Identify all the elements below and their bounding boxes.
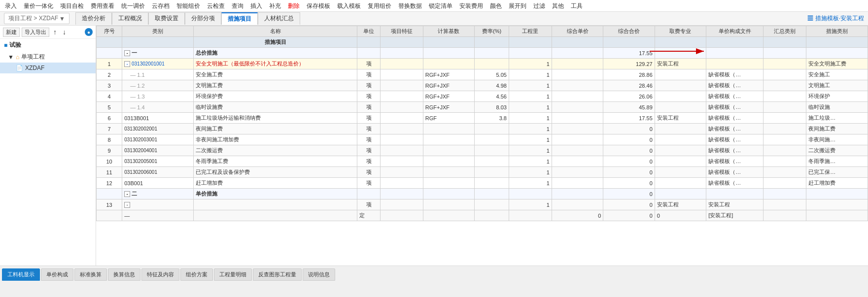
tab-工程概况[interactable]: 工程概况: [112, 12, 148, 25]
tab-人材机汇总[interactable]: 人材机汇总: [258, 12, 300, 25]
menu-删除[interactable]: 删除: [285, 1, 303, 11]
th-名称: 名称: [194, 26, 357, 37]
sidebar-group-单项工程[interactable]: ▼ ⌂ 单项工程: [0, 51, 96, 63]
cell-base: RGF+JXF: [423, 102, 474, 113]
bottom-tab-单价构成[interactable]: 单价构成: [41, 268, 73, 281]
table-row[interactable]: 8 031302003001 非夜间施工增加费 项 1 0 缺省模板（… 非: [97, 134, 868, 145]
cell: [357, 189, 380, 199]
cell-base: [423, 178, 474, 189]
menu-安装费用[interactable]: 安装费用: [456, 1, 486, 11]
table-row[interactable]: 10 031302005001 冬雨季施工费 项 1 0 缺省模板（… 冬雨: [97, 156, 868, 167]
cell: [764, 37, 806, 48]
menu-补充[interactable]: 补充: [266, 1, 284, 11]
cell-base: [423, 210, 474, 221]
cell-file: [706, 59, 764, 69]
cell-base: [423, 59, 474, 69]
cell-name: 已完工程及设备保护费: [194, 167, 357, 178]
collapse-btn-2[interactable]: -: [124, 191, 130, 197]
th-单位: 单位: [357, 26, 380, 37]
cell-summary: [764, 113, 806, 124]
menu-智能组价[interactable]: 智能组价: [174, 1, 203, 11]
cell: 措施项目: [194, 37, 357, 48]
table-row[interactable]: 7 031302002001 夜间施工费 项 1 0 缺省模板（… 夜间施工: [97, 124, 868, 134]
arrow-down-button[interactable]: ↓: [61, 27, 68, 37]
menu-替换数据[interactable]: 替换数据: [395, 1, 425, 11]
cell-summary: [764, 156, 806, 167]
collapse-btn-1[interactable]: -: [124, 61, 130, 67]
cell-unit-price: [552, 145, 603, 156]
cell-profession: 安装工程: [655, 59, 706, 69]
cell-unit-price: [552, 80, 603, 91]
cell-unit-price: 0: [552, 210, 603, 221]
new-button[interactable]: 新建: [3, 28, 20, 37]
cell-unit: 项: [357, 91, 380, 102]
refresh-button[interactable]: ●: [85, 28, 93, 36]
menu-复用组价[interactable]: 复用组价: [365, 1, 394, 11]
menu-量价[interactable]: 量价一体化: [21, 1, 56, 11]
tab-措施项目[interactable]: 措施项目: [221, 12, 258, 25]
table-container[interactable]: 序号 类别 名称 单位 项目特征 计算基数 费率(%) 工程里 综合单价 综合合…: [96, 26, 868, 265]
cell-measure: 非夜间施…: [806, 134, 868, 145]
import-button[interactable]: 导入导出: [22, 28, 49, 37]
bottom-tab-工料机显示[interactable]: 工料机显示: [2, 268, 40, 281]
menu-入[interactable]: 录入: [2, 1, 20, 11]
bottom-tab-特征及内容[interactable]: 特征及内容: [141, 268, 179, 281]
table-row[interactable]: 13 - 项 1 0 安装工程 安装工程: [97, 199, 868, 210]
menu-bar: 录入 量价一体化 项目自检 费用查看 统一调价 云存档 智能组价 云检查 查询 …: [0, 0, 868, 12]
menu-保存模板[interactable]: 保存模板: [304, 1, 333, 11]
cell-code: — 1.4: [122, 102, 194, 113]
menu-云存档[interactable]: 云存档: [149, 1, 173, 11]
table-row[interactable]: 3 — 1.2 文明施工费 项 RGF+JXF 4.98 1 28.46 缺省模…: [97, 80, 868, 91]
table-row[interactable]: — 定 0 0 0 [安装工程]: [97, 210, 868, 221]
menu-其他[interactable]: 其他: [549, 1, 567, 11]
collapse-btn-13[interactable]: -: [124, 202, 130, 208]
arrow-up-button[interactable]: ↑: [51, 27, 59, 37]
table-row[interactable]: 9 031302004001 二次搬运费 项 1 0 缺省模板（… 二次搬运: [97, 145, 868, 156]
table-row[interactable]: 12 03B001 赶工增加费 项 1 0 缺省模板（… 赶工增加费: [97, 178, 868, 189]
sidebar-item-XZDAF[interactable]: 📄 XZDAF: [0, 63, 96, 73]
th-项目特征: 项目特征: [380, 26, 423, 37]
bottom-tab-组价方案[interactable]: 组价方案: [180, 268, 213, 281]
menu-云检查[interactable]: 云检查: [204, 1, 228, 11]
tab-取费设置[interactable]: 取费设置: [148, 12, 185, 25]
menu-统一调价[interactable]: 统一调价: [118, 1, 148, 11]
bottom-tab-换算信息[interactable]: 换算信息: [108, 268, 140, 281]
menu-工具[interactable]: 工具: [568, 1, 586, 11]
bottom-tab-说明信息[interactable]: 说明信息: [303, 268, 335, 281]
tab-造价分析[interactable]: 造价分析: [75, 12, 112, 25]
table-row[interactable]: 11 031302006001 已完工程及设备保护费 项 1 0 缺省模板（…: [97, 167, 868, 178]
menu-载入模板[interactable]: 载入模板: [334, 1, 364, 11]
breadcrumb[interactable]: 项目工程 > XZDAF ▼: [4, 13, 69, 24]
tab-分部分项[interactable]: 分部分项: [185, 12, 221, 25]
expand-icon: ▼: [8, 54, 14, 61]
bottom-tab-反查图形工程量[interactable]: 反查图形工程量: [253, 268, 302, 281]
cell: [97, 189, 122, 199]
sidebar-item-试验[interactable]: ■ 试验: [0, 39, 96, 51]
menu-费用查看[interactable]: 费用查看: [88, 1, 117, 11]
table-row[interactable]: 1 - 031302001001 安全文明施工（最低限价不计入工程总造价） 项 …: [97, 59, 868, 69]
cell-unit-price: [552, 156, 603, 167]
cell-rate: [475, 145, 509, 156]
menu-查询[interactable]: 查询: [229, 1, 246, 11]
bottom-tab-工程量明细[interactable]: 工程量明细: [214, 268, 252, 281]
table-row[interactable]: 5 — 1.4 临时设施费 项 RGF+JXF 8.03 1 45.89 缺省模…: [97, 102, 868, 113]
cell-code: 031302005001: [122, 156, 194, 167]
bottom-tab-标准换算[interactable]: 标准换算: [74, 268, 107, 281]
menu-锁定清单[interactable]: 锁定清单: [426, 1, 455, 11]
table-row[interactable]: 2 — 1.1 安全施工费 项 RGF+JXF 5.05 1 28.86 缺省模…: [97, 69, 868, 80]
cell-code: -: [122, 199, 194, 210]
table-row[interactable]: 6 0313B001 施工垃圾场外运输和消纳费 项 RGF 3.8 1 17.5…: [97, 113, 868, 124]
menu-插入[interactable]: 插入: [247, 1, 265, 11]
menu-项目自检[interactable]: 项目自检: [57, 1, 87, 11]
menu-展开到[interactable]: 展开到: [506, 1, 529, 11]
cell-name: 二次搬运费: [194, 145, 357, 156]
collapse-btn[interactable]: -: [124, 50, 130, 56]
cell-name: 施工垃圾场外运输和消纳费: [194, 113, 357, 124]
cell: [509, 37, 552, 48]
cell-qty: 1: [509, 156, 552, 167]
nav-right-template[interactable]: ☰ 措施模板·安装工程: [807, 14, 864, 23]
menu-过滤[interactable]: 过滤: [530, 1, 548, 11]
table-row[interactable]: 4 — 1.3 环境保护费 项 RGF+JXF 4.56 1 26.06 缺省模…: [97, 91, 868, 102]
cell: [706, 189, 764, 199]
menu-颜色[interactable]: 颜色: [487, 1, 505, 11]
